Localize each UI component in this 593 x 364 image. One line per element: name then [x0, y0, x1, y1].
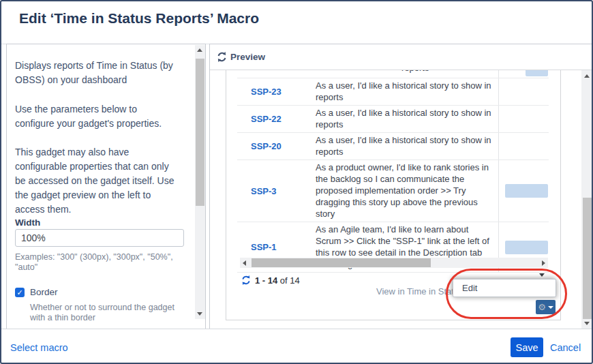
preview-header: Preview [210, 44, 592, 70]
gear-icon: ⚙ [538, 303, 546, 312]
menu-item-edit[interactable]: Edit [453, 279, 556, 297]
scroll-right-arrow-icon[interactable] [542, 260, 545, 266]
config-panel: Displays reports of Time in Status (by O… [6, 44, 206, 329]
issue-summary: As a user, I'd like a historical story t… [316, 78, 499, 105]
width-examples-text: Examples: "300" (300px), "300px", "50%",… [15, 252, 189, 273]
status-bar [505, 184, 548, 198]
issue-summary: As a user, I'd like a historical story t… [316, 106, 499, 132]
cancel-link[interactable]: Cancel [550, 342, 581, 353]
view-in-time-in-status-link[interactable]: View in Time in Statu [376, 286, 459, 297]
scrollbar-thumb[interactable] [252, 258, 431, 267]
footer-divider [1, 329, 592, 329]
table-row-partial: reports [237, 70, 549, 78]
pagination-range: 1 - 14 of 14 [255, 275, 300, 286]
preview-header-label: Preview [230, 52, 265, 62]
scroll-down-arrow-icon[interactable] [584, 322, 590, 325]
dialog-title: Edit ‘Time in Status Reports’ Macro [19, 10, 259, 27]
refresh-icon[interactable] [216, 51, 228, 63]
issue-key-link[interactable]: SSP-20 [237, 133, 316, 160]
chevron-down-icon [539, 273, 545, 277]
preview-panel: Preview reports SSP-23 As a user, I'd li… [209, 44, 593, 329]
scroll-up-arrow-icon[interactable] [197, 48, 202, 52]
border-checkbox[interactable]: ✓ [15, 288, 25, 297]
status-bar [526, 70, 548, 76]
issue-key-link[interactable]: SSP-3 [237, 160, 316, 222]
table-row: SSP-3 As a product owner, I'd like to ra… [237, 160, 549, 222]
border-checkbox-label[interactable]: Border [30, 287, 58, 297]
scroll-left-arrow-icon[interactable] [243, 260, 246, 266]
gadget-settings-button[interactable]: ⚙ [536, 300, 556, 314]
pagination-range-bold: 1 - 14 [255, 275, 277, 286]
scroll-up-arrow-icon[interactable] [584, 74, 590, 78]
scroll-down-arrow-icon[interactable] [197, 312, 202, 316]
status-bar [505, 241, 548, 254]
pagination-refresh-icon[interactable] [241, 275, 252, 286]
select-macro-link[interactable]: Select macro [10, 342, 68, 353]
save-button[interactable]: Save [511, 337, 543, 357]
scrollbar-thumb[interactable] [583, 198, 592, 319]
border-help-text: Whether or not to surround the gadget wi… [30, 303, 187, 323]
pagination-total: of 14 [277, 275, 300, 286]
table-row: SSP-22 As a user, I'd like a historical … [237, 106, 549, 133]
gadget-properties-hint-text: This gadget may also have configurable p… [15, 145, 189, 217]
scrollbar-thumb[interactable] [196, 59, 204, 206]
width-field-label: Width [15, 217, 40, 228]
preview-scrollbar[interactable] [581, 70, 593, 329]
edit-macro-dialog: Edit ‘Time in Status Reports’ Macro Disp… [0, 0, 593, 364]
issue-table: reports SSP-23 As a user, I'd like a his… [237, 70, 549, 273]
width-input[interactable] [15, 229, 184, 247]
issue-summary: As a user, I'd like a historical story t… [316, 133, 499, 160]
issue-key-link[interactable]: SSP-23 [237, 78, 316, 105]
chevron-down-icon [548, 306, 553, 309]
gadget-description-text: Displays reports of Time in Status (by O… [15, 59, 189, 87]
parameters-hint-text: Use the parameters below to configure yo… [15, 102, 189, 131]
gadget-menu-popup: Edit [453, 279, 556, 297]
issue-key-link[interactable]: SSP-22 [237, 106, 316, 132]
config-panel-scrollbar[interactable] [195, 45, 205, 319]
issue-summary: As a product owner, I'd like to rank sto… [316, 160, 499, 222]
table-row: SSP-20 As a user, I'd like a historical … [237, 133, 549, 160]
gadget-horizontal-scrollbar[interactable] [240, 258, 548, 268]
table-row: SSP-23 As a user, I'd like a historical … [237, 78, 549, 106]
clipped-text: reports [401, 70, 498, 74]
